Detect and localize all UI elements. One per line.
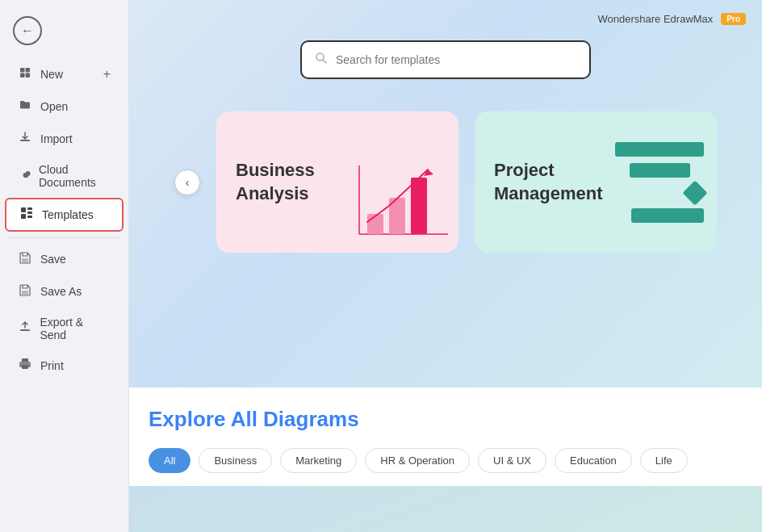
sidebar-item-cloud-label: Cloud Documents [39,163,111,189]
pm-decoration [615,142,704,223]
sidebar-item-templates-label: Templates [42,208,94,221]
svg-rect-9 [27,216,32,218]
sidebar-item-print[interactable]: Print [5,350,124,381]
carousel-prev-button[interactable]: ‹ [174,170,200,195]
filter-marketing[interactable]: Marketing [280,448,357,473]
plus-icon: + [103,67,111,82]
svg-line-17 [323,60,326,63]
business-card-label: BusinessAnalysis [236,159,315,205]
sidebar-item-open-label: Open [40,100,68,113]
pro-badge: Pro [721,13,746,25]
svg-rect-3 [26,73,31,78]
svg-rect-2 [20,73,25,78]
sidebar: ← New + Open Import Cloud Documents [0,0,129,532]
open-icon [18,98,32,115]
main-content: Wondershare EdrawMax Pro ‹ BusinessAnaly… [129,0,762,532]
filter-business[interactable]: Business [199,448,272,473]
explore-title-static: Explore [149,407,225,431]
search-input[interactable] [336,53,576,66]
carousel: ‹ BusinessAnalysis [129,111,762,253]
sidebar-item-cloud[interactable]: Cloud Documents [5,156,124,196]
search-bar[interactable] [300,40,591,79]
export-icon [18,320,31,337]
filter-all[interactable]: All [149,448,190,473]
search-icon [315,52,328,68]
svg-rect-15 [22,365,28,369]
project-card-label: ProjectManagement [494,159,602,205]
sidebar-item-new-label: New [40,68,63,81]
filter-tags: All Business Marketing HR & Operation UI… [149,448,743,473]
new-icon [18,66,32,82]
import-icon [18,131,32,147]
sidebar-item-saveas-label: Save As [40,285,82,298]
sidebar-divider [10,237,119,238]
svg-rect-11 [22,291,28,295]
sidebar-item-save[interactable]: Save [5,244,124,274]
top-bar: Wondershare EdrawMax Pro [582,0,763,38]
template-card-business[interactable]: BusinessAnalysis [216,111,458,253]
filter-hr[interactable]: HR & Operation [365,448,470,473]
svg-rect-12 [20,329,30,331]
saveas-icon [18,283,32,300]
svg-rect-22 [411,178,427,234]
explore-title: Explore All Diagrams [149,407,743,432]
filter-ui[interactable]: UI & UX [478,448,546,473]
app-title: Wondershare EdrawMax [598,13,714,25]
svg-rect-10 [22,258,28,262]
hero-section: ‹ BusinessAnalysis [129,0,762,387]
svg-rect-0 [20,68,25,73]
sidebar-item-export[interactable]: Export & Send [5,308,124,349]
svg-rect-1 [26,68,31,73]
sidebar-item-open[interactable]: Open [5,91,124,122]
svg-rect-8 [27,212,32,214]
back-icon: ← [21,23,34,38]
chart-decoration [347,161,444,238]
explore-section: Explore All Diagrams All Business Market… [129,387,762,486]
print-icon [18,358,32,374]
save-icon [18,251,32,267]
template-card-project[interactable]: ProjectManagement [475,111,717,253]
templates-icon [19,207,34,223]
sidebar-item-print-label: Print [40,359,64,372]
prev-icon: ‹ [186,176,190,189]
filter-life[interactable]: Life [640,448,688,473]
sidebar-item-export-label: Export & Send [40,316,111,341]
svg-rect-5 [21,207,26,212]
sidebar-item-save-label: Save [40,253,66,266]
cloud-icon [18,168,31,184]
cards-row: BusinessAnalysis [216,111,717,253]
filter-education[interactable]: Education [555,448,632,473]
sidebar-item-saveas[interactable]: Save As [5,276,124,307]
sidebar-item-import[interactable]: Import [5,124,124,154]
svg-rect-4 [20,140,30,141]
explore-title-dynamic: All Diagrams [231,407,359,431]
sidebar-item-templates[interactable]: Templates [5,198,124,232]
svg-rect-6 [27,207,32,210]
sidebar-item-new[interactable]: New + [5,59,124,90]
svg-rect-7 [21,214,26,219]
sidebar-item-import-label: Import [40,132,73,145]
back-button[interactable]: ← [13,16,42,45]
